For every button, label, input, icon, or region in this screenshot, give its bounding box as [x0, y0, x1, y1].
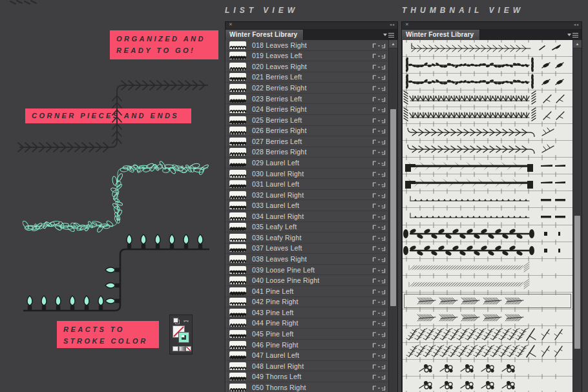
- tab-winter-forest-library[interactable]: Winter Forest Library: [402, 30, 480, 40]
- brush-name: 044 Pine Right: [252, 319, 299, 327]
- brush-thumbnail-oak-spray[interactable]: [403, 107, 572, 124]
- pattern-brush-type-icon: [372, 360, 386, 372]
- default-swatches-icon[interactable]: [173, 318, 178, 323]
- close-icon[interactable]: ✕: [229, 22, 233, 27]
- brush-thumbnail-laurel-bold[interactable]: [403, 174, 572, 191]
- brush-thumbnail-pine-sprig[interactable]: [403, 309, 572, 326]
- list-item[interactable]: 020 Leaves Right: [226, 61, 388, 72]
- brush-thumbnail-hatch-scribble[interactable]: [403, 259, 572, 276]
- list-item[interactable]: 047 Laurel Left: [226, 350, 388, 361]
- brush-thumbnail-thorn-branch[interactable]: [403, 124, 572, 141]
- brush-thumbnail-dotted-line[interactable]: [403, 208, 572, 225]
- brush-thumbnail-garland-bold[interactable]: [403, 74, 572, 90]
- brush-preview-icon: [229, 105, 246, 113]
- list-item[interactable]: 034 Laurel Right: [226, 211, 388, 222]
- brush-name: 040 Loose Pine Right: [252, 276, 319, 284]
- brush-name: 042 Pine Right: [252, 298, 299, 305]
- brush-thumbnail-oak-spray[interactable]: [403, 90, 572, 107]
- color-mode-button[interactable]: [173, 346, 178, 351]
- pattern-brush-type-icon: [372, 178, 386, 190]
- list-item[interactable]: 037 Leaves Left: [226, 243, 388, 254]
- brush-thumbnail-holly-bold[interactable]: [403, 225, 572, 242]
- tab-winter-forest-library[interactable]: Winter Forest Library: [226, 30, 304, 40]
- mint-garland-art: [19, 152, 215, 238]
- close-icon[interactable]: ✕: [405, 22, 409, 27]
- brush-thumbnail-pine-diagonal[interactable]: [403, 343, 572, 360]
- list-item[interactable]: 033 Laurel Left: [226, 200, 388, 211]
- list-item[interactable]: 044 Pine Right: [226, 318, 388, 329]
- panel-menu-icon[interactable]: [567, 30, 582, 40]
- swap-fill-stroke-icon[interactable]: [183, 317, 189, 324]
- brush-thumbnail-holly-bold[interactable]: [403, 242, 572, 259]
- brush-thumbnail-thorn-branch[interactable]: [403, 141, 572, 158]
- list-item[interactable]: 049 Thorns Left: [226, 371, 388, 382]
- list-item[interactable]: 039 Loose Pine Left: [226, 265, 388, 276]
- list-item[interactable]: 050 Thorns Right: [226, 382, 388, 392]
- list-item[interactable]: 023 Berries Left: [226, 94, 388, 105]
- list-item[interactable]: 045 Pine Left: [226, 329, 388, 340]
- brush-name: 019 Leaves Left: [252, 52, 302, 59]
- callout-organized: ORGANIZED AND READY TO GO!: [110, 30, 218, 59]
- brush-preview-icon: [229, 63, 246, 70]
- pattern-brush-type-icon: [372, 136, 386, 147]
- pattern-brush-type-icon: [372, 71, 386, 83]
- brush-thumbnail-pine-diagonal[interactable]: [403, 326, 572, 343]
- list-item[interactable]: 048 Laurel Right: [226, 361, 388, 372]
- list-item[interactable]: 025 Berries Left: [226, 115, 388, 126]
- list-view-heading: LIST VIEW: [225, 6, 299, 15]
- brush-thumbnail-pine-sprig[interactable]: [403, 293, 572, 309]
- list-scrollbar[interactable]: ▲: [388, 40, 397, 392]
- brush-thumbnail-berry-cluster[interactable]: [403, 360, 572, 377]
- list-item[interactable]: 031 Laurel Left: [226, 179, 388, 190]
- list-item[interactable]: 046 Pine Right: [226, 340, 388, 351]
- gradient-mode-button[interactable]: [179, 346, 185, 351]
- brush-thumbnail-dotted-line[interactable]: [403, 191, 572, 208]
- list-item[interactable]: 024 Berries Right: [226, 104, 388, 115]
- brush-preview-icon: [229, 138, 246, 145]
- thumbnail-scrollbar[interactable]: ▲: [572, 40, 582, 392]
- scroll-up-button[interactable]: ▲: [573, 40, 582, 48]
- brush-name: 026 Berries Right: [252, 127, 307, 134]
- list-item[interactable]: 019 Leaves Left: [226, 51, 388, 62]
- brush-name: 021 Berries Left: [252, 73, 302, 81]
- collapse-icon[interactable]: ◄◄: [389, 23, 394, 26]
- scroll-up-button[interactable]: ▲: [389, 40, 397, 48]
- brush-preview-icon: [229, 287, 246, 295]
- brush-name: 045 Pine Left: [252, 330, 293, 338]
- list-item[interactable]: 040 Loose Pine Right: [226, 275, 388, 286]
- list-item[interactable]: 032 Laurel Right: [226, 190, 388, 201]
- brush-thumbnail-hatch-scribble[interactable]: [403, 276, 572, 293]
- brush-thumbnail-laurel-bold[interactable]: [403, 158, 572, 174]
- collapse-icon[interactable]: ◄◄: [573, 23, 578, 26]
- brush-thumbnail-leaves-vine[interactable]: [403, 40, 572, 57]
- brush-thumbnail-berry-cluster[interactable]: [403, 377, 572, 392]
- list-item[interactable]: 038 Leaves Right: [226, 254, 388, 265]
- list-item[interactable]: 041 Pine Left: [226, 286, 388, 297]
- list-item[interactable]: 018 Leaves Right: [226, 40, 388, 51]
- brush-name: 049 Thorns Left: [252, 373, 301, 380]
- brush-preview-icon: [229, 276, 246, 284]
- pattern-brush-type-icon: [372, 285, 386, 297]
- panel-menu-icon[interactable]: [383, 30, 397, 40]
- list-item[interactable]: 030 Laurel Right: [226, 169, 388, 180]
- brush-preview-icon: [229, 341, 246, 349]
- brush-thumbnail-garland-bold[interactable]: [403, 57, 572, 74]
- pattern-brush-type-icon: [372, 296, 386, 307]
- brush-name: 022 Berries Right: [252, 84, 307, 92]
- list-item[interactable]: 027 Berries Left: [226, 136, 388, 147]
- list-item[interactable]: 036 Leafy Right: [226, 232, 388, 243]
- list-item[interactable]: 028 Berries Right: [226, 147, 388, 158]
- list-item[interactable]: 026 Berries Right: [226, 126, 388, 137]
- scrollbar-thumb[interactable]: [574, 216, 580, 349]
- list-item[interactable]: 043 Pine Left: [226, 307, 388, 318]
- list-item[interactable]: 042 Pine Right: [226, 297, 388, 308]
- none-mode-button[interactable]: [185, 346, 191, 351]
- preview-canvas: LIST VIEW THUMBNAIL VIEW ORGANIZED AND R…: [0, 0, 588, 392]
- stroke-color-swatch[interactable]: [179, 333, 189, 342]
- scrollbar-thumb[interactable]: [390, 109, 396, 306]
- pattern-brush-type-icon: [372, 328, 386, 340]
- list-item[interactable]: 021 Berries Left: [226, 72, 388, 83]
- list-item[interactable]: 029 Laurel Left: [226, 158, 388, 169]
- list-item[interactable]: 035 Leafy Left: [226, 222, 388, 233]
- list-item[interactable]: 022 Berries Right: [226, 83, 388, 94]
